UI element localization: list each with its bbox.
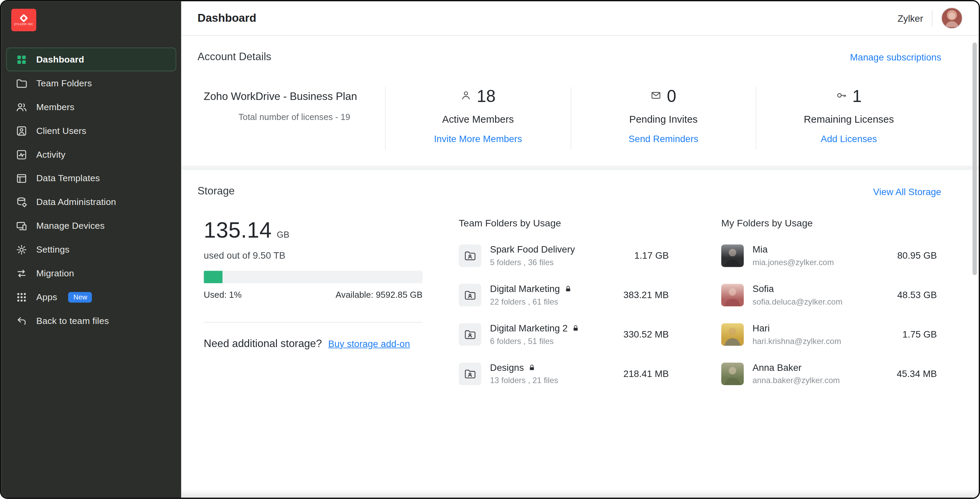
app-window: ZYLKER INC Dashboard Team Folders [0,0,980,499]
manage-devices-icon [16,220,27,232]
apps-grid-icon [16,291,27,303]
sidebar-item-migration[interactable]: Migration [6,261,176,285]
stat-remaining-licenses: 1 Remaining Licenses Add Licenses [756,87,941,150]
send-reminders-link[interactable]: Send Reminders [628,133,698,144]
sidebar-item-label: Settings [37,244,70,254]
envelope-icon [651,90,661,103]
sidebar-item-label: Data Administration [37,197,116,207]
team-folder-row[interactable]: Spark Food Delivery 5 folders , 36 files… [459,244,669,267]
member-name: Sofia [752,283,892,294]
lock-icon [528,364,536,371]
invite-more-members-link[interactable]: Invite More Members [434,133,522,144]
member-avatar [721,244,744,266]
sidebar-item-settings[interactable]: Settings [6,238,176,261]
storage-progress-bar [204,271,423,283]
team-folder-icon [459,244,481,266]
member-avatar [721,323,744,345]
member-avatar [721,362,744,385]
team-folder-name: Digital Marketing [490,283,619,294]
remaining-licenses-label: Remaining Licenses [763,114,935,125]
plan-licenses: Total number of licenses - 19 [204,112,385,122]
account-details-title: Account Details [197,51,271,63]
sidebar-item-label: Data Templates [37,173,100,183]
storage-progress-fill [204,271,223,283]
pending-invites-count: 0 [667,87,676,107]
active-members-label: Active Members [392,114,564,125]
user-avatar[interactable] [941,8,963,29]
storage-title: Storage [197,185,235,198]
sidebar-item-members[interactable]: Members [6,95,176,119]
remaining-licenses-count: 1 [852,87,862,107]
sidebar-item-team-folders[interactable]: Team Folders [6,72,176,95]
team-folder-icon [459,362,481,385]
person-icon [460,90,471,103]
team-folder-row[interactable]: Designs 13 folders , 21 files 218.41 MB [459,362,669,385]
team-folder-meta: 13 folders , 21 files [490,376,619,385]
sidebar-item-label: Back to team files [37,316,109,326]
top-bar: Dashboard Zylker [181,2,978,36]
member-size: 48.53 GB [892,290,937,300]
team-folder-name: Spark Food Delivery [490,244,629,254]
gear-icon [16,243,27,255]
team-folder-icon [459,284,481,306]
client-users-icon [16,125,27,137]
lock-icon [572,324,579,332]
zylker-logo-text: ZYLKER INC [14,22,33,26]
my-folder-row[interactable]: Anna Baker anna.baker@zylker.com 45.34 M… [721,362,937,385]
sidebar-item-data-templates[interactable]: Data Templates [6,166,176,190]
zylker-logo[interactable]: ZYLKER INC [11,9,37,31]
dashboard-grid-icon [16,53,27,65]
storage-used-percent: Used: 1% [204,290,242,300]
member-size: 80.95 GB [892,250,937,261]
sidebar-item-label: Activity [37,150,65,159]
my-folders-by-usage: My Folders by Usage Mia mia.jones@zylker… [721,218,937,402]
storage-used-unit: GB [277,230,290,239]
team-folder-size: 383.21 MB [619,290,669,300]
apps-new-badge: New [68,292,92,302]
team-folder-row[interactable]: Digital Marketing 22 folders , 61 files … [459,283,669,306]
pending-invites-label: Pending Invites [578,114,749,125]
sidebar-item-back-to-team-files[interactable]: Back to team files [6,309,176,333]
member-email: anna.baker@zylker.com [752,376,892,385]
my-folder-row[interactable]: Mia mia.jones@zylker.com 80.95 GB [721,244,937,267]
page-title: Dashboard [197,11,256,25]
sidebar-item-label: Dashboard [37,54,84,64]
sidebar-item-activity[interactable]: Activity [6,142,176,166]
buy-storage-addon-link[interactable]: Buy storage add-on [328,338,410,349]
member-email: hari.krishna@zylker.com [752,336,898,346]
sidebar-nav: Dashboard Team Folders Members Client Us… [2,43,181,338]
sidebar-item-data-administration[interactable]: Data Administration [6,190,176,214]
lock-icon [564,285,571,292]
plan-info: Zoho WorkDrive - Business Plan Total num… [197,87,385,122]
team-folder-icon [459,323,481,345]
account-name: Zylker [898,13,923,24]
manage-subscriptions-link[interactable]: Manage subscriptions [850,52,941,62]
add-licenses-link[interactable]: Add Licenses [821,133,877,144]
active-members-count: 18 [477,87,495,107]
sidebar-item-client-users[interactable]: Client Users [6,119,176,142]
vertical-scrollbar[interactable] [972,43,977,275]
back-arrow-icon [16,315,27,327]
sidebar-item-label: Migration [37,268,74,278]
sidebar-item-label: Manage Devices [37,221,105,230]
sidebar-item-label: Apps [37,292,57,302]
view-all-storage-link[interactable]: View All Storage [873,186,941,196]
my-folder-row[interactable]: Sofia sofia.deluca@zylker.com 48.53 GB [721,283,937,306]
team-folder-size: 330.52 MB [619,329,669,339]
topbar-divider [932,10,932,26]
my-folder-row[interactable]: Hari hari.krishna@zylker.com 1.75 GB [721,323,937,346]
main-area: Dashboard Zylker Account Details Manage … [181,2,978,497]
data-templates-icon [16,172,27,184]
storage-section: Storage View All Storage 135.14 GB used … [181,170,978,402]
member-email: sofia.deluca@zylker.com [752,297,892,307]
sidebar-item-label: Client Users [37,126,86,136]
team-folder-size: 218.41 MB [619,368,669,379]
sidebar-item-apps[interactable]: Apps New [6,285,176,309]
team-folder-meta: 6 folders , 51 files [490,336,619,346]
data-administration-icon [16,196,27,208]
team-folder-row[interactable]: Digital Marketing 2 6 folders , 51 files… [459,323,669,346]
sidebar-item-dashboard[interactable]: Dashboard [6,48,176,72]
sidebar-item-manage-devices[interactable]: Manage Devices [6,214,176,238]
storage-used-value: 135.14 [204,218,272,243]
sidebar: ZYLKER INC Dashboard Team Folders [2,2,181,497]
